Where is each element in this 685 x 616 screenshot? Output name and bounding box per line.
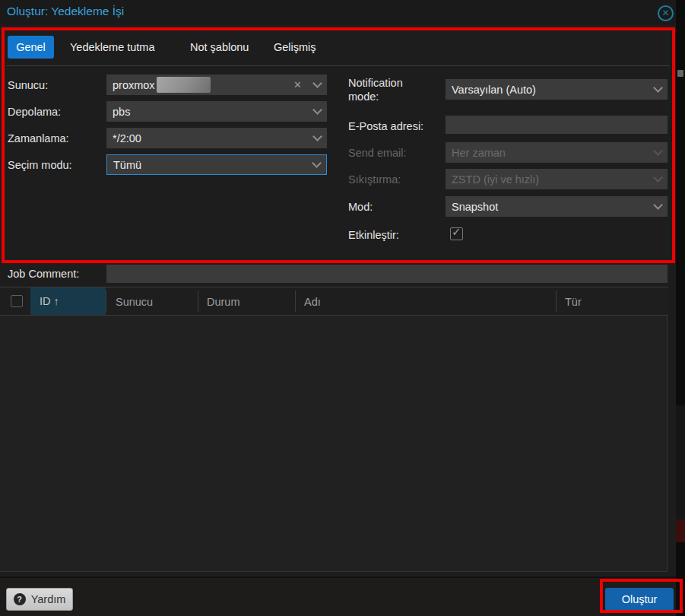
chevron-down-icon [653,173,663,183]
sort-ascending-icon: ↑ [54,295,59,307]
label-etkinlestir: Etkinleştir: [348,229,399,241]
notification-mode-value: Varsayılan (Auto) [452,84,536,96]
label-secim-modu: Seçim modu: [8,159,72,171]
tab-yedekleme-tutma[interactable]: Yedekleme tutma [70,36,155,59]
column-header-tur[interactable]: Tür [565,296,582,308]
chevron-down-icon[interactable] [312,132,322,141]
select-all-checkbox[interactable] [11,295,23,307]
chevron-down-icon [653,146,663,156]
depolama-combobox[interactable]: pbs [106,101,327,122]
notification-mode-combobox[interactable]: Varsayılan (Auto) [446,79,668,100]
column-header-id-label: ID [40,295,51,307]
secim-modu-value: Tümü [113,159,141,171]
depolama-value: pbs [113,106,130,118]
sikistirma-value: ZSTD (iyi ve hızlı) [452,173,539,186]
column-header-durum[interactable]: Durum [207,296,240,308]
column-divider [556,291,557,312]
label-mod: Mod: [348,201,373,213]
background-page-strip [676,0,685,616]
label-sikistirma: Sıkıştırma: [348,173,401,186]
dialog-titlebar: Oluştur: Yedekleme İşi [0,0,676,25]
chevron-down-icon[interactable] [312,78,322,88]
label-zamanlama: Zamanlama: [8,132,69,144]
help-button-label: Yardım [31,593,66,605]
label-notification-mode: Notification mode: [348,76,432,103]
column-header-id[interactable]: ID ↑ [30,287,106,315]
sikistirma-combobox: ZSTD (iyi ve hızlı) [446,169,668,189]
send-email-value: Her zaman [452,147,506,159]
chevron-down-icon[interactable] [312,105,322,115]
column-divider [295,291,296,312]
job-comment-input[interactable] [106,265,668,283]
column-header-adi[interactable]: Adı [304,296,321,308]
column-divider [198,291,198,312]
column-divider [106,291,106,312]
chevron-down-icon[interactable] [653,83,663,93]
chevron-down-icon[interactable] [312,158,322,168]
tab-gelismis[interactable]: Gelişmiş [274,36,316,59]
close-icon[interactable]: ✕ [658,5,674,21]
background-text-fragment [677,70,683,77]
zamanlama-value: */2:00 [113,132,141,144]
send-email-combobox: Her zaman [446,142,668,163]
column-header-sunucu[interactable]: Sunucu [116,296,153,308]
zamanlama-combobox[interactable]: */2:00 [106,128,327,148]
label-eposta-adresi: E-Posta adresi: [348,120,423,132]
dialog-footer: ? Yardım Oluştur [0,576,676,616]
mod-value: Snapshot [452,201,498,213]
clear-icon[interactable]: ✕ [293,79,302,90]
label-sunucu: Sunucu: [8,79,48,91]
sunucu-combobox[interactable]: proxmox ✕ [106,75,327,95]
tab-separator [6,65,670,66]
tab-not-sablonu[interactable]: Not şablonu [190,36,249,59]
eposta-adresi-input[interactable] [446,116,668,134]
dialog-title: Oluştur: Yedekleme İşi [7,5,124,18]
label-job-comment: Job Comment: [8,268,79,280]
chevron-down-icon[interactable] [653,200,663,210]
help-button[interactable]: ? Yardım [6,588,73,611]
tab-genel[interactable]: Genel [8,36,54,59]
etkinlestir-checkbox[interactable]: ✓ [450,227,463,240]
screen: Oluştur: Yedekleme İşi ✕ Genel Yedekleme… [0,0,685,616]
sunucu-value: proxmox [113,79,155,91]
secim-modu-combobox[interactable]: Tümü [106,154,327,175]
create-button[interactable]: Oluştur [605,588,674,611]
table-header: ID ↑ Sunucu Durum Adı Tür [0,287,668,315]
check-icon: ✓ [452,225,461,239]
table-body-empty[interactable] [0,316,668,572]
help-icon: ? [14,593,26,605]
background-panel-fragment [676,405,685,519]
label-send-email: Send email: [348,147,407,159]
redacted-text-blur [157,77,211,93]
background-red-fragment [676,519,685,542]
mod-combobox[interactable]: Snapshot [446,196,668,217]
label-depolama: Depolama: [8,106,61,118]
